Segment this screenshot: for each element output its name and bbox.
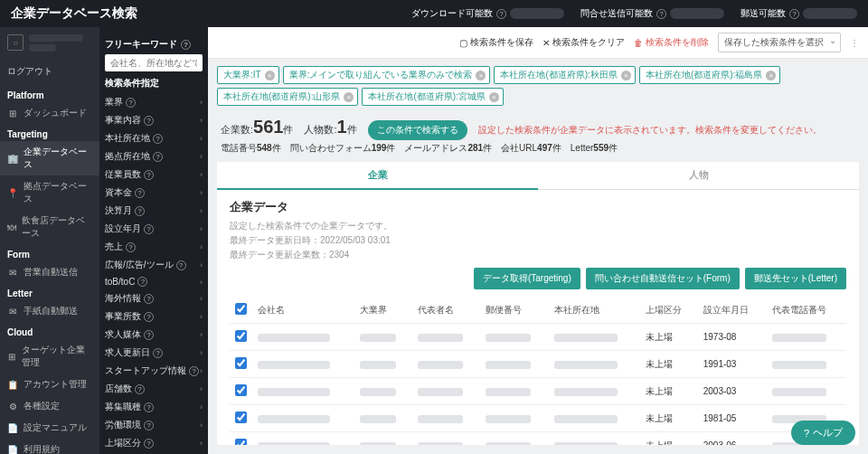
help-icon[interactable]: ? <box>176 260 186 270</box>
help-icon[interactable]: ? <box>496 9 506 19</box>
subcount-item: 会社URL497件 <box>501 142 561 155</box>
filter-row[interactable]: 事業所数 ?› <box>105 307 203 326</box>
chevron-right-icon: › <box>200 170 203 179</box>
help-icon[interactable]: ? <box>126 242 136 252</box>
filter-label: 本社所在地 <box>105 132 150 145</box>
filter-row[interactable]: 広報/広告/ツール ?› <box>105 256 203 274</box>
filter-row[interactable]: 求人媒体 ?› <box>105 326 203 344</box>
nav-item[interactable]: 📄設定マニュアル <box>0 417 99 439</box>
filter-row[interactable]: 労働環境 ?› <box>105 416 203 434</box>
cell-rep <box>418 415 463 423</box>
saved-conditions-select[interactable]: 保存した検索条件を選択 <box>718 33 841 52</box>
filter-row[interactable]: スタートアップ情報 ?› <box>105 362 203 380</box>
nav-item[interactable]: 📄利用規約 <box>0 439 99 454</box>
nav-item[interactable]: 🍽飲食店データベース <box>0 210 99 244</box>
targeting-button[interactable]: データ取得(Targeting) <box>474 268 580 289</box>
row-checkbox[interactable] <box>235 357 247 369</box>
filter-row[interactable]: toB/toC ?› <box>105 274 203 289</box>
row-checkbox[interactable] <box>235 411 247 423</box>
help-icon[interactable]: ? <box>153 152 163 162</box>
chip-remove-icon[interactable]: × <box>265 71 275 80</box>
delete-conditions-button[interactable]: 🗑 検索条件を削除 <box>634 36 709 49</box>
row-checkbox[interactable] <box>235 439 247 445</box>
chip-remove-icon[interactable]: × <box>766 71 776 80</box>
help-icon[interactable]: ? <box>144 330 154 340</box>
nav-item[interactable]: ⚙各種設定 <box>0 395 99 417</box>
nav-item[interactable]: ⊞ターゲット企業管理 <box>0 339 99 374</box>
nav-item[interactable]: ⊞ダッシュボード <box>0 102 99 124</box>
cell-industry <box>360 361 396 369</box>
help-icon[interactable]: ? <box>153 134 163 144</box>
help-icon[interactable]: ? <box>144 170 154 180</box>
filter-row[interactable]: 店舗数 ?› <box>105 380 203 398</box>
help-icon[interactable]: ? <box>135 188 145 198</box>
filter-row[interactable]: 事業内容 ?› <box>105 111 203 129</box>
letter-button[interactable]: 郵送先セット(Letter) <box>745 268 846 289</box>
help-icon[interactable]: ? <box>153 348 163 358</box>
filter-row[interactable]: 拠点所在地 ?› <box>105 147 203 166</box>
filter-label: 業界 <box>105 96 123 109</box>
form-button[interactable]: 問い合わせ自動送信セット(Form) <box>586 268 740 289</box>
filter-row[interactable]: 上場区分 ?› <box>105 434 203 452</box>
chevron-right-icon: › <box>200 294 203 303</box>
table-header: 代表電話番号 <box>767 297 846 324</box>
tab-person[interactable]: 人物 <box>538 162 859 190</box>
help-button[interactable]: ?ヘルプ <box>791 421 855 445</box>
cell-zip <box>486 442 531 445</box>
nav-label: ダッシュボード <box>24 107 87 119</box>
select-all-checkbox[interactable] <box>235 303 247 315</box>
logout-link[interactable]: ログアウト <box>0 61 99 85</box>
help-icon[interactable]: ? <box>144 421 154 430</box>
help-icon[interactable]: ? <box>144 224 154 234</box>
help-icon[interactable]: ? <box>789 9 799 19</box>
filter-row[interactable]: 業界 ?› <box>105 93 203 111</box>
filter-row[interactable]: 売上 ?› <box>105 238 203 256</box>
nav-item[interactable]: ✉手紙自動郵送 <box>0 300 99 322</box>
help-icon[interactable]: ? <box>144 439 154 449</box>
help-icon[interactable]: ? <box>144 312 154 322</box>
filter-row[interactable]: 本社所在地 ?› <box>105 129 203 147</box>
help-icon[interactable]: ? <box>181 40 191 50</box>
chip-remove-icon[interactable]: × <box>621 71 631 80</box>
help-icon[interactable]: ? <box>135 384 145 394</box>
tab-company[interactable]: 企業 <box>217 162 538 190</box>
search-button[interactable]: この条件で検索する <box>368 120 467 140</box>
nav-icon: ✉ <box>7 307 18 317</box>
save-conditions-button[interactable]: ▢ 検索条件を保存 <box>459 36 533 49</box>
chip-remove-icon[interactable]: × <box>344 92 354 102</box>
help-icon[interactable]: ? <box>656 9 666 19</box>
clear-conditions-button[interactable]: ✕ 検索条件をクリア <box>542 36 625 49</box>
help-icon[interactable]: ? <box>144 294 154 304</box>
filter-row[interactable]: 資本金 ?› <box>105 184 203 202</box>
table-row: 未上場1973-08 <box>230 324 846 351</box>
filter-row[interactable]: 募集職種 ?› <box>105 398 203 416</box>
help-icon[interactable]: ? <box>135 206 145 216</box>
filter-row[interactable]: 決算月 ?› <box>105 202 203 220</box>
nav-item[interactable]: 📋アカウント管理 <box>0 374 99 395</box>
filter-row[interactable]: 設立年月 ?› <box>105 220 203 238</box>
company-table: 会社名大業界代表者名郵便番号本社所在地上場区分設立年月日代表電話番号 未上場19… <box>230 297 846 445</box>
nav-section-heading: Targeting <box>0 124 99 141</box>
chip-remove-icon[interactable]: × <box>476 71 486 80</box>
nav-item[interactable]: 📍拠点データベース <box>0 175 99 210</box>
help-icon[interactable]: ? <box>126 98 136 108</box>
nav-item[interactable]: 🏢企業データベース <box>0 141 99 175</box>
chip-remove-icon[interactable]: × <box>489 92 499 102</box>
help-icon[interactable]: ? <box>189 366 199 376</box>
row-checkbox[interactable] <box>235 330 247 342</box>
more-icon[interactable]: ⋮ <box>850 38 859 48</box>
keyword-search-input[interactable] <box>105 54 203 71</box>
filter-row[interactable]: 従業員数 ?› <box>105 166 203 184</box>
help-icon[interactable]: ? <box>144 402 154 412</box>
chevron-right-icon: › <box>200 439 203 448</box>
row-checkbox[interactable] <box>235 384 247 396</box>
topbar: 企業データベース検索 ダウンロード可能数? 問合せ送信可能数? 郵送可能数? <box>0 0 868 27</box>
help-icon[interactable]: ? <box>137 277 147 287</box>
cell-company <box>258 361 330 369</box>
cell-addr <box>554 442 618 445</box>
filter-row[interactable]: 求人更新日 ?› <box>105 344 203 362</box>
page-title: 企業データベース検索 <box>11 5 137 22</box>
help-icon[interactable]: ? <box>144 116 154 126</box>
filter-row[interactable]: 海外情報 ?› <box>105 289 203 307</box>
nav-item[interactable]: ✉営業自動送信 <box>0 261 99 283</box>
